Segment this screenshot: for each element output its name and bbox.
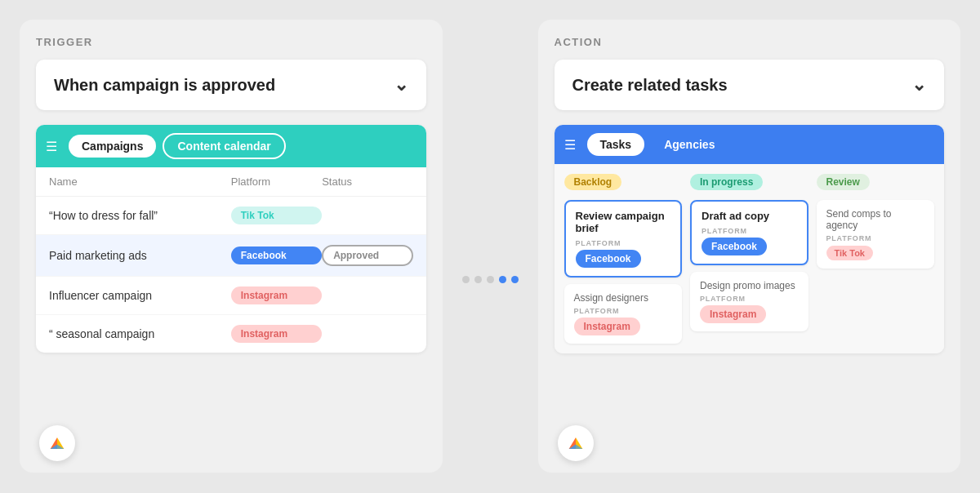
- main-container: TRIGGER When campaign is approved ⌄ ☰ Ca…: [0, 0, 980, 493]
- action-label: ACTION: [555, 36, 945, 48]
- table-header-row: ☰ Campaigns Content calendar: [36, 125, 426, 167]
- task-title-1: Review campaign brief: [576, 210, 671, 234]
- platform-badge-t2: Instagram: [574, 318, 640, 335]
- teamwork-logo-icon-2: [564, 432, 587, 455]
- col-status: Status: [322, 175, 412, 188]
- dot-2: [474, 276, 482, 283]
- teamwork-logo-icon: [46, 432, 69, 455]
- trigger-panel: TRIGGER When campaign is approved ⌄ ☰ Ca…: [20, 20, 443, 473]
- kanban-task-card: Design promo images PLATFORM Instagram: [690, 272, 808, 331]
- platform-badge-t5: Tik Tok: [826, 246, 874, 260]
- kanban-col-inprogress: In progress Draft ad copy PLATFORM Faceb…: [690, 174, 808, 344]
- col-name: Name: [49, 175, 231, 188]
- platform-label-5: PLATFORM: [826, 234, 925, 242]
- kanban-col-review: Review Send comps to agency PLATFORM Tik…: [817, 174, 935, 344]
- backlog-label: Backlog: [564, 174, 622, 190]
- platform-badge-t1: Facebook: [576, 250, 641, 268]
- table-row: Influencer campaign Instagram: [36, 277, 426, 315]
- inprogress-label: In progress: [690, 174, 763, 190]
- logo-badge: [39, 425, 75, 461]
- tab-tasks[interactable]: Tasks: [587, 133, 645, 156]
- table-col-headers: Name Platform Status: [36, 167, 426, 197]
- row-name-4: “ seasonal campaign: [49, 327, 231, 340]
- row-name-2: Paid marketing ads: [49, 249, 231, 262]
- platform-badge-1: Tik Tok: [231, 207, 322, 224]
- dot-5: [511, 276, 519, 283]
- kanban-task-card: Assign designers PLATFORM Instagram: [564, 284, 683, 344]
- platform-label-4: PLATFORM: [700, 295, 799, 303]
- platform-badge-3: Instagram: [231, 286, 322, 304]
- action-dropdown[interactable]: Create related tasks ⌄: [555, 60, 945, 110]
- platform-badge-t4: Instagram: [700, 305, 766, 323]
- table-row: “ seasonal campaign Instagram: [36, 315, 426, 353]
- action-panel: ACTION Create related tasks ⌄ ☰ Tasks Ag…: [538, 20, 961, 473]
- kanban-header: ☰ Tasks Agencies: [555, 125, 945, 164]
- logo-badge-right: [558, 425, 594, 461]
- action-dropdown-text: Create related tasks: [572, 76, 728, 95]
- task-title-5: Send comps to agency: [826, 208, 925, 231]
- hamburger-icon[interactable]: ☰: [46, 139, 57, 154]
- platform-label-1: PLATFORM: [576, 239, 671, 247]
- campaigns-table-card: ☰ Campaigns Content calendar Name Platfo…: [36, 125, 426, 353]
- trigger-dropdown[interactable]: When campaign is approved ⌄: [36, 60, 426, 110]
- kanban-task-card: Review campaign brief PLATFORM Facebook: [564, 200, 683, 278]
- review-label: Review: [817, 174, 870, 190]
- dot-4: [499, 276, 506, 283]
- table-row: “How to dress for fall” Tik Tok: [36, 197, 426, 235]
- kanban-col-backlog: Backlog Review campaign brief PLATFORM F…: [564, 174, 683, 344]
- task-title-4: Design promo images: [700, 280, 799, 291]
- task-title-3: Draft ad copy: [702, 210, 797, 222]
- tab-agencies[interactable]: Agencies: [651, 133, 728, 156]
- platform-badge-2: Facebook: [231, 246, 322, 264]
- platform-badge-4: Instagram: [231, 325, 322, 343]
- kanban-columns: Backlog Review campaign brief PLATFORM F…: [555, 164, 945, 353]
- platform-label-2: PLATFORM: [574, 307, 673, 315]
- row-name-1: “How to dress for fall”: [49, 209, 231, 222]
- dot-1: [462, 276, 470, 283]
- task-title-2: Assign designers: [574, 292, 673, 304]
- hamburger-icon-2[interactable]: ☰: [564, 137, 576, 153]
- trigger-label: TRIGGER: [36, 36, 426, 48]
- status-badge-2: Approved: [322, 245, 412, 266]
- kanban-task-card: Send comps to agency PLATFORM Tik Tok: [817, 200, 935, 269]
- trigger-dropdown-text: When campaign is approved: [54, 76, 275, 95]
- dot-3: [487, 276, 494, 283]
- col-platform: Platform: [231, 175, 322, 188]
- table-row: Paid marketing ads Facebook Approved: [36, 235, 426, 277]
- tab-campaigns[interactable]: Campaigns: [69, 135, 156, 158]
- platform-badge-t3: Facebook: [702, 238, 767, 255]
- connector-dots: [462, 276, 519, 283]
- kanban-task-card: Draft ad copy PLATFORM Facebook: [690, 200, 808, 265]
- chevron-down-icon-2: ⌄: [911, 74, 926, 95]
- tab-content-calendar[interactable]: Content calendar: [163, 133, 285, 159]
- platform-label-3: PLATFORM: [702, 227, 797, 235]
- kanban-card-container: ☰ Tasks Agencies Backlog Review campaign…: [555, 125, 945, 353]
- row-name-3: Influencer campaign: [49, 289, 231, 302]
- chevron-down-icon: ⌄: [394, 74, 408, 95]
